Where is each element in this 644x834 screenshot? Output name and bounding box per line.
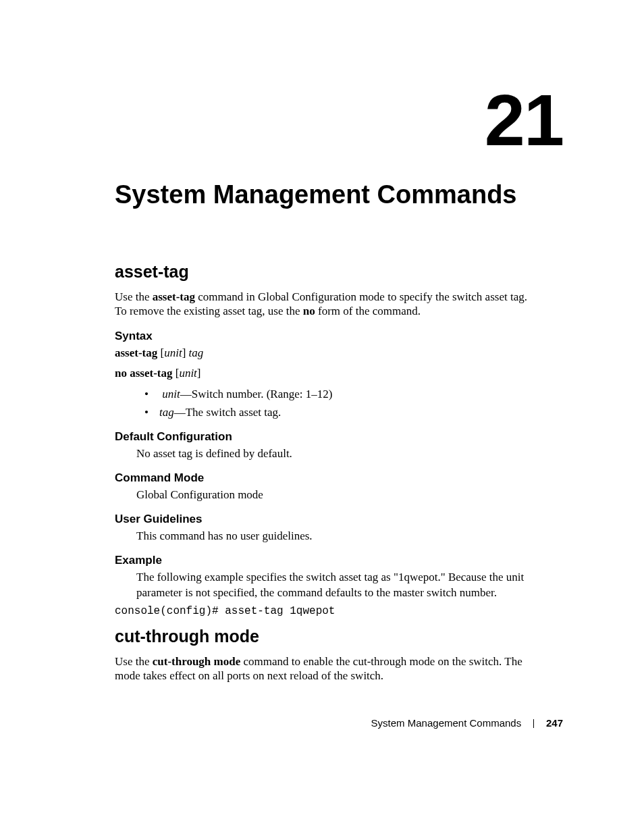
param-desc: —Switch number. (Range: 1–12): [180, 388, 333, 400]
intro-bold-1: asset-tag: [153, 290, 195, 303]
chapter-title: System Management Commands: [115, 180, 517, 209]
param-name: unit: [162, 388, 180, 400]
intro-text: Use the: [115, 290, 153, 303]
intro-paragraph-cut-through: Use the cut-through mode command to enab…: [115, 654, 533, 683]
param-name: tag: [159, 406, 174, 419]
intro-paragraph-asset-tag: Use the asset-tag command in Global Conf…: [115, 290, 533, 319]
default-config-text: No asset tag is defined by default.: [136, 446, 533, 462]
syntax-line-1: asset-tag [unit] tag: [115, 346, 533, 361]
list-item: unit—Switch number. (Range: 1–12): [144, 387, 533, 402]
list-item: tag—The switch asset tag.: [144, 405, 533, 421]
default-config-heading: Default Configuration: [115, 430, 533, 444]
content-area: asset-tag Use the asset-tag command in G…: [115, 262, 533, 694]
example-code: console(config)# asset-tag 1qwepot: [115, 605, 533, 617]
example-heading: Example: [115, 554, 533, 567]
syntax-param: unit: [179, 367, 196, 380]
param-desc: —The switch asset tag.: [174, 406, 281, 419]
section-heading-asset-tag: asset-tag: [115, 262, 533, 282]
syntax-line-2: no asset-tag [unit]: [115, 366, 533, 382]
chapter-number: 21: [485, 84, 563, 157]
syntax-bracket: [: [172, 367, 179, 380]
user-guidelines-text: This command has no user guidelines.: [136, 529, 533, 544]
page: 21 System Management Commands asset-tag …: [0, 0, 644, 834]
syntax-param: tag: [189, 346, 204, 359]
syntax-heading: Syntax: [115, 330, 533, 343]
footer-section-name: System Management Commands: [371, 717, 522, 729]
syntax-parameter-list: unit—Switch number. (Range: 1–12) tag—Th…: [115, 387, 533, 421]
intro-text: Use the: [115, 655, 153, 668]
intro-bold-2: no: [303, 305, 315, 317]
syntax-bracket: [: [157, 346, 164, 359]
syntax-param: unit: [164, 346, 182, 359]
footer-separator: [533, 719, 534, 728]
page-footer: System Management Commands 247: [371, 717, 563, 729]
syntax-bracket: ]: [197, 367, 201, 380]
command-mode-heading: Command Mode: [115, 471, 533, 485]
syntax-keyword: no asset-tag: [115, 367, 172, 380]
syntax-keyword: asset-tag: [115, 346, 157, 359]
syntax-bracket: ]: [182, 346, 189, 359]
section-heading-cut-through: cut-through mode: [115, 627, 533, 646]
footer-page-number: 247: [546, 717, 563, 729]
intro-text: form of the command.: [315, 305, 421, 317]
intro-bold-1: cut-through mode: [153, 655, 241, 668]
command-mode-text: Global Configuration mode: [136, 488, 533, 503]
user-guidelines-heading: User Guidelines: [115, 513, 533, 526]
example-text: The following example specifies the swit…: [136, 570, 533, 601]
